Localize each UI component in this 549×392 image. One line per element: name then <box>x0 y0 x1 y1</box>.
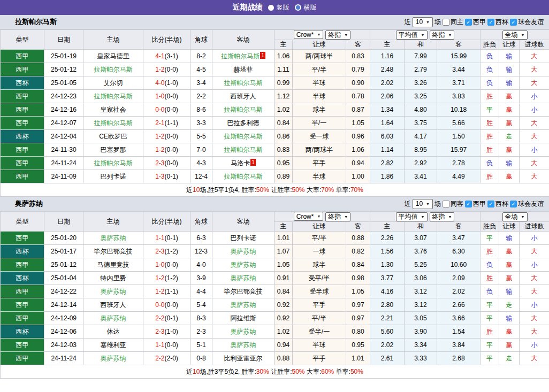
result-handicap: 赢 <box>499 143 520 157</box>
home-team-name: 拉斯帕尔马斯 <box>94 66 133 73</box>
home-team[interactable]: 巴塞罗那 <box>83 143 143 157</box>
away-team[interactable]: 奥萨苏纳 <box>212 245 274 258</box>
layout-radio-horizontal[interactable]: 横版 <box>295 3 317 12</box>
avg-away: 2.78 <box>437 157 481 170</box>
away-team[interactable]: 赫塔菲 <box>212 63 274 76</box>
league-filter-checkbox-0[interactable]: ✓西甲 <box>465 18 486 27</box>
scope-select[interactable]: 全场▼ <box>502 212 528 221</box>
away-team[interactable]: 阿拉维斯 <box>212 312 274 325</box>
home-team[interactable]: 艾尔切 <box>83 76 143 90</box>
fulltime-score: 1-2 <box>155 288 164 295</box>
home-team[interactable]: 巴列卡诺 <box>83 170 143 183</box>
odds-home: 0.86 <box>274 130 293 143</box>
fulltime-score: 2-3 <box>155 328 164 335</box>
away-team[interactable]: 奥萨苏纳 <box>212 339 274 352</box>
avg-source-select[interactable]: 平均值▼ <box>396 212 428 221</box>
recent-label: 近 <box>405 18 411 27</box>
home-team[interactable]: 奥萨苏纳 <box>83 352 143 365</box>
summary-text: 近10场,胜5平1负4, 胜率:50% 让胜率:50% 大率:70% 单率:70… <box>1 183 549 197</box>
league-filter-checkbox-1[interactable]: ✓西杯 <box>487 18 508 27</box>
avg-draw: 3.90 <box>405 325 437 339</box>
away-team[interactable]: 奥萨苏纳 <box>212 272 274 285</box>
home-team[interactable]: 拉斯帕尔马斯 <box>83 63 143 76</box>
fulltime-score: 1-0 <box>155 93 164 100</box>
fulltime-score: 4-0 <box>155 79 164 87</box>
league-badge: 西杯 <box>1 325 44 339</box>
home-team[interactable]: 奥萨苏纳 <box>83 312 143 325</box>
home-team[interactable]: 塞维利亚 <box>83 339 143 352</box>
away-team[interactable]: 拉斯帕尔马斯 <box>212 76 274 90</box>
away-team[interactable]: 拉斯帕尔马斯 <box>212 130 274 143</box>
sub-column-header: 客 <box>346 40 370 50</box>
score-cell: 1-2(0-0) <box>143 130 190 143</box>
avg-source-select[interactable]: 平均值▼ <box>396 30 428 40</box>
league-filter-checkbox-0[interactable]: ✓西甲 <box>465 199 486 209</box>
scope-select[interactable]: 全场▼ <box>502 30 528 40</box>
column-header: 类型 <box>1 212 44 232</box>
away-team[interactable]: 巴列卡诺 <box>212 232 274 245</box>
chevron-down-icon: ▼ <box>426 20 430 24</box>
away-team[interactable]: 巴拉多利德 <box>212 117 274 130</box>
avg-away: 3.84 <box>437 339 481 352</box>
avg-away: 5.66 <box>437 117 481 130</box>
fulltime-score: 2-3 <box>155 159 164 167</box>
result-outcome: 负 <box>481 258 499 272</box>
home-team[interactable]: 西班牙人 <box>83 298 143 312</box>
odds-home: 1.07 <box>274 245 293 258</box>
odds-home: 0.83 <box>274 143 293 157</box>
league-filter-checkbox-2[interactable]: ✓球会友谊 <box>510 18 544 27</box>
odds-home: 1.11 <box>274 63 293 76</box>
home-team[interactable]: 拉斯帕尔马斯 <box>83 117 143 130</box>
home-team[interactable]: 毕尔巴鄂竞技 <box>83 245 143 258</box>
away-team[interactable]: 马洛卡1 <box>212 157 274 170</box>
league-filter-checkbox-1[interactable]: ✓西杯 <box>487 199 508 209</box>
away-team[interactable]: 比利亚雷亚尔 <box>212 352 274 365</box>
odds-stage-select[interactable]: 终指▼ <box>325 212 350 221</box>
result-outcome: 胜 <box>481 245 499 258</box>
home-team[interactable]: 皇家马德里 <box>83 50 143 63</box>
home-team[interactable]: 奥萨苏纳 <box>83 232 143 245</box>
avg-home: 1.16 <box>370 50 405 63</box>
away-team[interactable]: 拉斯帕尔马斯 <box>212 170 274 183</box>
halftime-score: (0-0) <box>165 133 178 140</box>
same-venue-checkbox[interactable]: 同客 <box>443 199 463 209</box>
table-row: 西甲24-11-30巴塞罗那1-2(0-0)7-0拉斯帕尔马斯0.83两/两球半… <box>1 143 549 157</box>
home-team[interactable]: 拉斯帕尔马斯 <box>83 90 143 103</box>
odds-stage-select[interactable]: 终指▼ <box>325 30 350 40</box>
avg-stage-select[interactable]: 终指▼ <box>430 30 455 40</box>
recent-count-select[interactable]: 10▼ <box>413 199 433 209</box>
odds-home: 0.94 <box>274 339 293 352</box>
avg-draw: 3.34 <box>405 339 437 352</box>
away-team[interactable]: 拉斯帕尔马斯1 <box>212 50 274 63</box>
away-team[interactable]: 拉斯帕尔马斯 <box>212 143 274 157</box>
same-venue-checkbox[interactable]: 同主 <box>443 18 463 27</box>
avg-away: 3.66 <box>437 312 481 325</box>
home-team[interactable]: 拉斯帕尔马斯 <box>83 157 143 170</box>
away-team[interactable]: 奥萨苏纳 <box>212 298 274 312</box>
home-team[interactable]: 皇家社会 <box>83 103 143 117</box>
result-handicap: 赢 <box>499 272 520 285</box>
score-cell: 0-0(0-0) <box>143 298 190 312</box>
home-team[interactable]: 马德里竞技 <box>83 258 143 272</box>
result-handicap: 赢 <box>499 325 520 339</box>
home-team[interactable]: CE欧罗巴 <box>83 130 143 143</box>
odds-source-select[interactable]: Crow*▼ <box>294 30 324 39</box>
result-handicap: 赢 <box>499 245 520 258</box>
odds-source-select[interactable]: Crow*▼ <box>294 212 324 221</box>
league-filter-checkbox-2[interactable]: ✓球会友谊 <box>510 199 544 209</box>
home-team[interactable]: 奥萨苏纳 <box>83 285 143 298</box>
away-team[interactable]: 拉斯帕尔马斯 <box>212 103 274 117</box>
summary-text: 近10场,胜3平5负2, 胜率:30% 让胜率:50% 大率:60% 单率:50… <box>1 365 549 379</box>
league-badge: 西杯 <box>1 272 44 285</box>
away-team[interactable]: 西班牙人 <box>212 90 274 103</box>
home-team[interactable]: 休达 <box>83 325 143 339</box>
away-team[interactable]: 奥萨苏纳 <box>212 325 274 339</box>
recent-count-select[interactable]: 10▼ <box>413 17 433 27</box>
home-team[interactable]: 特内里费 <box>83 272 143 285</box>
avg-draw: 3.06 <box>405 272 437 285</box>
layout-radio-vertical[interactable]: 竖版 <box>268 3 289 12</box>
avg-stage-select[interactable]: 终指▼ <box>430 212 455 221</box>
away-team[interactable]: 奥萨苏纳 <box>212 258 274 272</box>
away-team[interactable]: 毕尔巴鄂竞技 <box>212 285 274 298</box>
fulltime-group-header: 全场▼ <box>481 30 549 40</box>
